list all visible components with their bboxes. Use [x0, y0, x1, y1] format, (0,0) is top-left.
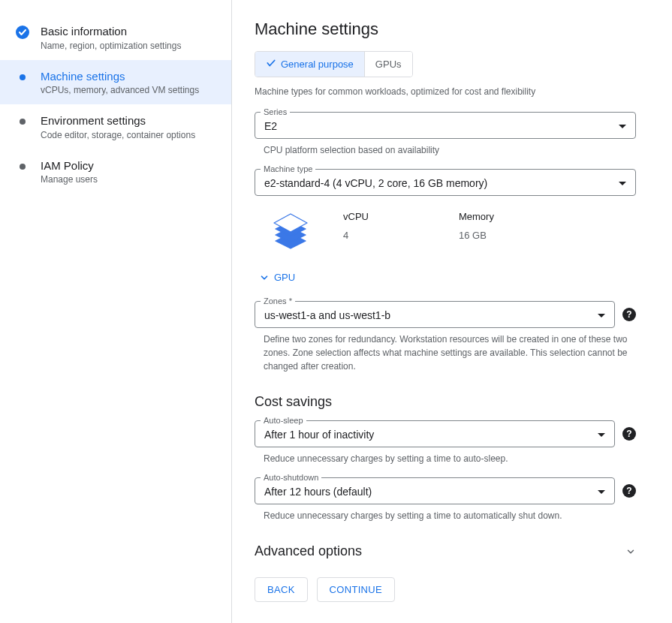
chevron-down-icon: [598, 433, 605, 437]
machine-purpose-tabs: General purpose GPUs: [255, 51, 413, 77]
series-select[interactable]: E2: [255, 112, 636, 139]
auto-shutdown-label: Auto-shutdown: [261, 473, 321, 482]
dot-active-icon: [15, 70, 30, 85]
sidebar-item-title: Machine settings: [41, 69, 199, 84]
auto-shutdown-help: Reduce unnecessary charges by setting a …: [264, 509, 636, 522]
stepper-sidebar: Basic information Name, region, optimiza…: [0, 0, 232, 623]
auto-shutdown-field: Auto-shutdown After 12 hours (default): [255, 477, 615, 504]
sidebar-item-machine-settings[interactable]: Machine settings vCPUs, memory, advanced…: [0, 60, 231, 105]
machine-type-label: Machine type: [261, 164, 315, 173]
cost-savings-title: Cost savings: [255, 394, 636, 410]
memory-value: 16 GB: [459, 230, 494, 241]
chevron-down-icon: [619, 125, 626, 128]
machine-type-field: Machine type e2-standard-4 (4 vCPU, 2 co…: [255, 169, 636, 196]
zones-label: Zones *: [261, 296, 295, 305]
auto-sleep-row: Auto-sleep After 1 hour of inactivity ?: [255, 420, 636, 447]
chevron-down-icon: [619, 182, 626, 185]
auto-sleep-field: Auto-sleep After 1 hour of inactivity: [255, 420, 615, 447]
sidebar-item-subtitle: Manage users: [41, 174, 98, 185]
chevron-down-icon: [598, 314, 605, 318]
machine-specs: vCPU 4 Memory 16 GB: [255, 200, 636, 264]
chevron-down-icon: [598, 490, 605, 494]
button-row: BACK CONTINUE: [255, 577, 636, 602]
auto-sleep-help: Reduce unnecessary charges by setting a …: [264, 452, 636, 465]
sidebar-item-title: Environment settings: [41, 113, 195, 128]
tab-label: General purpose: [281, 59, 354, 70]
page-title: Machine settings: [255, 20, 636, 39]
help-icon[interactable]: ?: [622, 484, 636, 498]
auto-sleep-label: Auto-sleep: [261, 416, 306, 425]
help-icon[interactable]: ?: [622, 308, 636, 321]
cpu-stack-icon: [268, 208, 313, 255]
sidebar-item-iam-policy[interactable]: IAM Policy Manage users: [0, 149, 231, 194]
zones-help: Define two zones for redundancy. Worksta…: [264, 333, 636, 373]
main-content: Machine settings General purpose GPUs Ma…: [232, 0, 672, 623]
sidebar-item-title: Basic information: [41, 24, 181, 39]
chevron-down-icon: [259, 272, 270, 283]
advanced-options-title: Advanced options: [255, 543, 362, 559]
sidebar-item-basic-information[interactable]: Basic information Name, region, optimiza…: [0, 15, 231, 60]
auto-shutdown-row: Auto-shutdown After 12 hours (default) ?: [255, 477, 636, 504]
gpu-expand-toggle[interactable]: GPU: [259, 272, 636, 283]
auto-shutdown-value: After 12 hours (default): [264, 486, 372, 498]
continue-button[interactable]: CONTINUE: [317, 577, 395, 602]
memory-label: Memory: [459, 211, 494, 222]
sidebar-item-subtitle: Code editor, storage, container options: [41, 130, 195, 140]
check-circle-icon: [15, 25, 30, 40]
auto-sleep-select[interactable]: After 1 hour of inactivity: [255, 420, 615, 447]
tab-description: Machine types for common workloads, opti…: [255, 86, 636, 97]
auto-sleep-value: After 1 hour of inactivity: [264, 429, 374, 441]
tab-label: GPUs: [375, 59, 402, 70]
tab-general-purpose[interactable]: General purpose: [255, 52, 364, 77]
machine-type-value: e2-standard-4 (4 vCPU, 2 core, 16 GB mem…: [264, 177, 487, 189]
advanced-options-toggle[interactable]: Advanced options: [255, 543, 636, 559]
zones-row: Zones * us-west1-a and us-west1-b ?: [255, 301, 636, 328]
series-field: Series E2: [255, 112, 636, 139]
tab-gpus[interactable]: GPUs: [364, 52, 412, 77]
check-icon: [266, 58, 276, 71]
gpu-toggle-label: GPU: [274, 272, 295, 283]
zones-field: Zones * us-west1-a and us-west1-b: [255, 301, 615, 328]
help-icon[interactable]: ?: [622, 427, 636, 441]
series-value: E2: [264, 120, 277, 132]
chevron-down-icon: [625, 546, 636, 557]
series-label: Series: [261, 107, 290, 116]
dot-icon: [15, 114, 30, 129]
back-button[interactable]: BACK: [255, 577, 308, 602]
vcpu-value: 4: [343, 230, 369, 241]
sidebar-item-subtitle: Name, region, optimization settings: [41, 41, 181, 51]
sidebar-item-environment-settings[interactable]: Environment settings Code editor, storag…: [0, 104, 231, 149]
sidebar-item-title: IAM Policy: [41, 158, 98, 173]
vcpu-label: vCPU: [343, 211, 369, 222]
dot-icon: [15, 159, 30, 174]
series-help: CPU platform selection based on availabi…: [264, 143, 636, 157]
zones-select[interactable]: us-west1-a and us-west1-b: [255, 301, 615, 328]
sidebar-item-subtitle: vCPUs, memory, advanced VM settings: [41, 85, 199, 95]
zones-value: us-west1-a and us-west1-b: [264, 309, 390, 321]
